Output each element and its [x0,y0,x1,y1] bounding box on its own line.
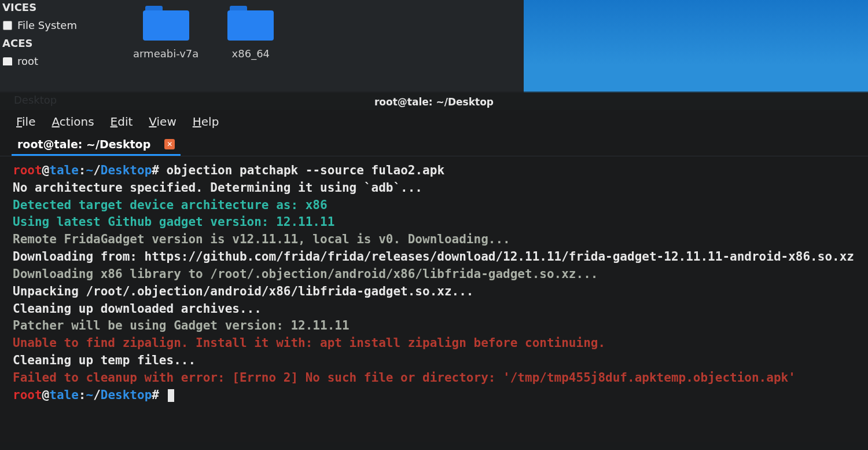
terminal-line: Cleaning up temp files... [13,353,196,367]
prompt-tilde: ~ [86,388,93,402]
terminal-line-error: Unable to find zipalign. Install it with… [13,336,605,350]
folder-icon [227,6,274,41]
sidebar-section-devices: VICES [0,0,116,14]
prompt-colon: : [79,163,86,177]
prompt-slash: / [93,388,101,402]
prompt-tilde: ~ [86,163,93,177]
sidebar-item-label: root [17,55,38,67]
prompt-slash: / [93,163,101,177]
prompt-at: @ [42,163,50,177]
prompt-colon: : [79,388,86,402]
menu-edit[interactable]: Edit [111,115,133,129]
sidebar-item-filesystem[interactable]: File System [0,14,116,36]
folder-item[interactable]: armeabi-v7a [133,6,198,87]
close-icon[interactable]: ✕ [164,139,175,149]
terminal-window: root@tale: ~/Desktop File Actions Edit V… [0,92,868,450]
sidebar-item-label: File System [17,19,77,31]
folder-icon [2,56,13,67]
prompt-user: root [13,388,42,402]
terminal-menubar: File Actions Edit View Help [0,110,868,134]
terminal-line: Downloading x86 library to /root/.object… [13,267,598,281]
file-manager-content[interactable]: armeabi-v7a x86_64 [116,0,524,93]
terminal-line: Cleaning up downloaded archives... [13,302,262,316]
prompt-host: tale [49,163,79,177]
terminal-line: Patcher will be using Gadget version: 12… [13,319,350,332]
terminal-command: objection patchapk --source fulao2.apk [159,163,444,177]
folder-label: x86_64 [232,47,270,60]
prompt-hash: # [152,388,159,402]
sidebar-section-places: ACES [0,36,116,50]
prompt-at: @ [42,388,50,402]
menu-help[interactable]: Help [193,115,219,129]
terminal-line: Unpacking /root/.objection/android/x86/l… [13,284,474,298]
file-manager-window: VICES File System ACES root armeabi-v7a … [0,0,524,93]
cursor-icon [168,389,174,402]
terminal-tab[interactable]: root@tale: ~/Desktop ✕ [12,134,181,156]
terminal-line-error: Failed to cleanup with error: [Errno 2] … [13,371,796,385]
menu-view[interactable]: View [149,115,176,129]
menu-file[interactable]: File [16,115,35,129]
prompt-hash: # [152,163,159,177]
file-manager-sidebar: VICES File System ACES root [0,0,116,93]
prompt-path: Desktop [101,388,152,402]
terminal-line: Detected target device architecture as: … [13,198,328,212]
terminal-tabbar: root@tale: ~/Desktop ✕ [0,134,868,156]
folder-label: armeabi-v7a [133,47,198,60]
terminal-tab-label: root@tale: ~/Desktop [17,138,150,151]
prompt-user: root [13,163,42,177]
prompt-path: Desktop [101,163,152,177]
menu-actions[interactable]: Actions [52,115,94,129]
folder-item[interactable]: x86_64 [227,6,274,87]
folder-icon [143,6,189,41]
terminal-body[interactable]: root@tale:~/Desktop# objection patchapk … [0,156,868,409]
disk-icon [2,20,13,31]
desktop-background [524,0,868,93]
prompt-host: tale [49,388,79,402]
terminal-line: Using latest Github gadget version: 12.1… [13,215,334,229]
terminal-line: No architecture specified. Determining i… [13,181,422,195]
terminal-title: root@tale: ~/Desktop [0,92,868,110]
terminal-line: Downloading from: https://github.com/fri… [13,250,854,264]
terminal-line: Remote FridaGadget version is v12.11.11,… [13,232,510,246]
sidebar-item-root[interactable]: root [0,50,116,72]
